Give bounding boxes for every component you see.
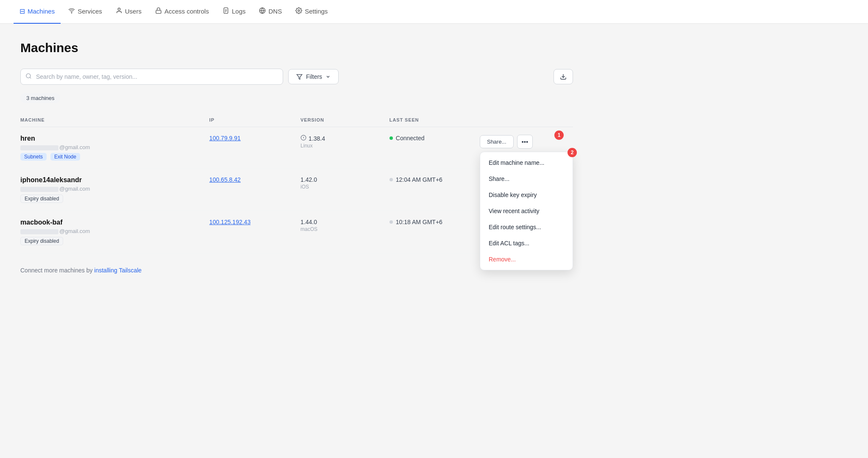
menu-item-remove[interactable]: Remove... xyxy=(480,251,573,267)
col-header-actions xyxy=(480,113,573,127)
status-dot-gray-2 xyxy=(389,220,393,224)
col-header-last-seen: LAST SEEN xyxy=(389,113,480,127)
tag-subnets[interactable]: Subnets xyxy=(20,153,47,161)
footer-prefix: Connect more machines by xyxy=(20,267,94,274)
machines-table: MACHINE IP VERSION LAST SEEN hren @gmail… xyxy=(20,113,573,253)
last-seen-iphone: 12:04 AM GMT+6 xyxy=(396,176,442,183)
ip-cell-iphone: 100.65.8.42 xyxy=(209,169,300,211)
last-seen-cell-iphone: 12:04 AM GMT+6 xyxy=(389,169,480,211)
nav-item-access-controls[interactable]: Access controls xyxy=(149,0,215,24)
os-hren: Linux xyxy=(300,143,389,149)
version-cell-iphone: 1.42.0 iOS xyxy=(300,169,389,211)
tag-expiry-macbook: Expiry disabled xyxy=(20,237,63,245)
update-icon-hren xyxy=(300,135,306,142)
nav-label-users: Users xyxy=(125,8,142,15)
actions-cell-hren: 1 Share... ••• Edit machine name... Shar… xyxy=(480,127,573,169)
owner-blurred xyxy=(20,229,58,234)
machine-name-hren: hren xyxy=(20,135,209,142)
install-tailscale-link[interactable]: installing Tailscale xyxy=(94,267,142,274)
search-input[interactable] xyxy=(20,69,283,85)
download-button[interactable] xyxy=(554,69,573,84)
dns-icon xyxy=(259,7,266,16)
tag-expiry-iphone: Expiry disabled xyxy=(20,194,63,203)
col-header-machine: MACHINE xyxy=(20,113,209,127)
col-header-version: VERSION xyxy=(300,113,389,127)
top-nav: ⊟ Machines Services Users Access control… xyxy=(0,0,868,24)
ip-link-iphone[interactable]: 100.65.8.42 xyxy=(209,176,241,183)
nav-label-services: Services xyxy=(78,8,102,15)
actions-hren: 1 Share... ••• Edit machine name... Shar… xyxy=(480,135,573,149)
status-dot-green xyxy=(389,136,393,140)
svg-point-1 xyxy=(118,8,120,10)
svg-marker-12 xyxy=(297,74,302,79)
machine-cell-iphone: iphone14aleksandr @gmail.com Expiry disa… xyxy=(20,169,209,211)
services-icon xyxy=(68,7,75,16)
menu-item-recent-activity[interactable]: View recent activity xyxy=(480,203,573,219)
machines-icon: ⊟ xyxy=(19,7,25,15)
filter-button[interactable]: Filters xyxy=(288,69,339,84)
menu-item-edit-name[interactable]: Edit machine name... xyxy=(480,155,573,171)
machine-tags-hren: Subnets Exit Node xyxy=(20,153,209,161)
more-button-hren[interactable]: ••• xyxy=(517,135,533,149)
os-macbook: macOS xyxy=(300,226,389,232)
ip-cell-macbook: 100.125.192.43 xyxy=(209,211,300,253)
status-dot-gray xyxy=(389,178,393,181)
version-cell-hren: 1.38.4 Linux xyxy=(300,127,389,169)
machine-name-macbook: macbook-baf xyxy=(20,219,209,226)
nav-label-logs: Logs xyxy=(232,8,246,15)
last-seen-cell-hren: Connected xyxy=(389,127,480,169)
ip-link-hren[interactable]: 100.79.9.91 xyxy=(209,135,241,142)
logs-icon xyxy=(223,7,229,16)
version-macbook: 1.44.0 xyxy=(300,219,389,225)
machine-cell-hren: hren @gmail.com Subnets Exit Node xyxy=(20,127,209,169)
machine-tags-macbook: Expiry disabled xyxy=(20,237,209,245)
context-menu: Edit machine name... Share... Disable ke… xyxy=(480,152,573,270)
main-content: Machines Filters 3 machines MACHINE IP V… xyxy=(0,24,593,291)
version-hren: 1.38.4 xyxy=(309,135,325,142)
version-cell-macbook: 1.44.0 macOS xyxy=(300,211,389,253)
col-header-ip: IP xyxy=(209,113,300,127)
machines-count: 3 machines xyxy=(20,93,60,103)
share-button-hren[interactable]: Share... xyxy=(480,135,514,148)
svg-line-11 xyxy=(30,77,31,78)
nav-item-dns[interactable]: DNS xyxy=(253,0,288,24)
nav-item-services[interactable]: Services xyxy=(62,0,108,24)
machine-tags-iphone: Expiry disabled xyxy=(20,194,209,203)
machine-owner-hren: @gmail.com xyxy=(20,144,209,150)
menu-item-disable-expiry[interactable]: Disable key expiry xyxy=(480,187,573,203)
search-icon xyxy=(25,73,32,80)
machine-owner-iphone: @gmail.com xyxy=(20,186,209,192)
toolbar: Filters xyxy=(20,69,573,85)
version-iphone: 1.42.0 xyxy=(300,176,389,183)
badge-2: 2 xyxy=(568,148,577,157)
tag-exit-node[interactable]: Exit Node xyxy=(50,153,80,161)
nav-label-access-controls: Access controls xyxy=(164,8,209,15)
machine-owner-macbook: @gmail.com xyxy=(20,228,209,234)
nav-item-settings[interactable]: Settings xyxy=(289,0,334,24)
menu-item-route-settings[interactable]: Edit route settings... xyxy=(480,219,573,235)
nav-item-logs[interactable]: Logs xyxy=(217,0,252,24)
svg-point-10 xyxy=(26,74,31,78)
access-controls-icon xyxy=(155,7,162,16)
nav-item-machines[interactable]: ⊟ Machines xyxy=(14,0,61,24)
ip-link-macbook[interactable]: 100.125.192.43 xyxy=(209,219,250,225)
table-row: hren @gmail.com Subnets Exit Node 100.79… xyxy=(20,127,573,169)
page-title: Machines xyxy=(20,41,573,55)
os-iphone: iOS xyxy=(300,184,389,190)
machine-cell-macbook: macbook-baf @gmail.com Expiry disabled xyxy=(20,211,209,253)
last-seen-cell-macbook: 10:18 AM GMT+6 xyxy=(389,211,480,253)
users-icon xyxy=(116,7,122,16)
search-wrapper xyxy=(20,69,283,85)
svg-point-0 xyxy=(72,12,72,13)
owner-blurred xyxy=(20,187,58,192)
ip-cell-hren: 100.79.9.91 xyxy=(209,127,300,169)
owner-blurred xyxy=(20,145,58,150)
machine-name-iphone: iphone14aleksandr xyxy=(20,176,209,184)
filter-label: Filters xyxy=(306,73,322,80)
last-seen-macbook: 10:18 AM GMT+6 xyxy=(396,219,442,225)
nav-label-dns: DNS xyxy=(268,8,282,15)
badge-1: 1 xyxy=(554,130,564,140)
menu-item-share[interactable]: Share... xyxy=(480,171,573,187)
menu-item-acl-tags[interactable]: Edit ACL tags... xyxy=(480,235,573,251)
nav-item-users[interactable]: Users xyxy=(110,0,147,24)
